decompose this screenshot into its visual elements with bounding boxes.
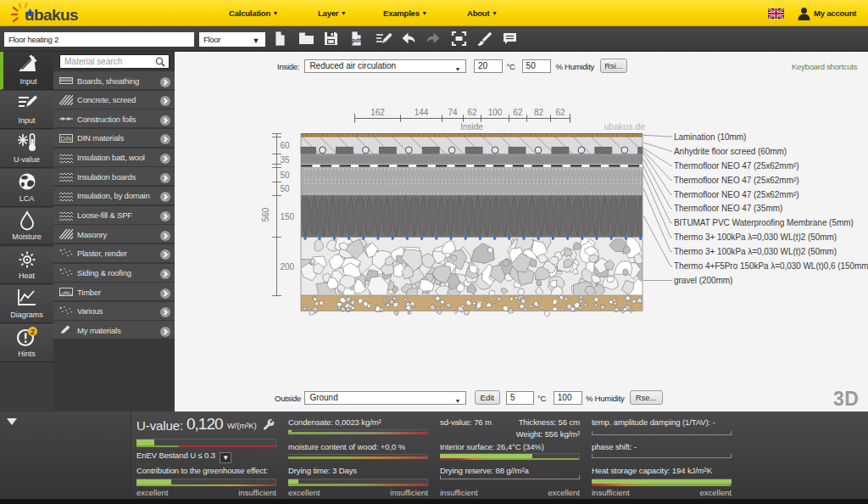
svg-text:Anhydrite floor screed (60mm): Anhydrite floor screed (60mm)	[674, 147, 787, 156]
svg-text:62: 62	[555, 108, 565, 117]
svg-text:DIN: DIN	[61, 135, 72, 143]
svg-text:Thermo 4+F5Pro 150kPa λ=0,030: Thermo 4+F5Pro 150kPa λ=0,030 WL(t)0,6 (…	[674, 261, 868, 271]
svg-text:50: 50	[281, 184, 291, 193]
svg-text:BITUMAT PVC Waterproofing Memb: BITUMAT PVC Waterproofing Membrane (5mm)	[674, 218, 854, 227]
svg-text:162: 162	[370, 108, 385, 117]
svg-text:Thermo 3+ 100kPa λ=0,030 WL(t): Thermo 3+ 100kPa λ=0,030 WL(t)2 (50mm)	[674, 247, 837, 256]
svg-text:200: 200	[281, 262, 295, 272]
svg-text:62: 62	[513, 108, 523, 117]
svg-text:150: 150	[281, 212, 295, 221]
svg-text:gravel (200mm): gravel (200mm)	[674, 276, 732, 285]
svg-text:82: 82	[534, 108, 544, 117]
svg-text:ubakus.de: ubakus.de	[604, 121, 646, 132]
svg-text:100: 100	[488, 108, 503, 117]
svg-text:Thermofloor NEO 47 (25x62mm²): Thermofloor NEO 47 (25x62mm²)	[674, 161, 798, 171]
svg-text:50: 50	[281, 171, 291, 180]
svg-text:Thermo 3+ 100kPa λ=0,030 WL(t): Thermo 3+ 100kPa λ=0,030 WL(t)2 (50mm)	[674, 232, 837, 242]
svg-text:Thermofloor NEO 47 (35mm): Thermofloor NEO 47 (35mm)	[674, 204, 782, 213]
svg-text:560: 560	[261, 207, 270, 221]
svg-text:Lamination (10mm): Lamination (10mm)	[674, 132, 746, 142]
svg-text:60: 60	[281, 141, 291, 150]
svg-text:ubakus: ubakus	[25, 6, 78, 24]
svg-text:35: 35	[281, 155, 291, 165]
svg-text:74: 74	[448, 108, 458, 117]
svg-text:Thermofloor NEO 47 (25x62mm²): Thermofloor NEO 47 (25x62mm²)	[674, 190, 798, 199]
svg-text:Thermofloor NEO 47 (25x62mm²): Thermofloor NEO 47 (25x62mm²)	[674, 176, 798, 185]
svg-text:Inside: Inside	[460, 122, 483, 132]
svg-text:62: 62	[467, 108, 477, 117]
svg-text:144: 144	[415, 108, 429, 117]
svg-text:2: 2	[30, 328, 34, 336]
svg-text:pdf: pdf	[352, 37, 362, 44]
